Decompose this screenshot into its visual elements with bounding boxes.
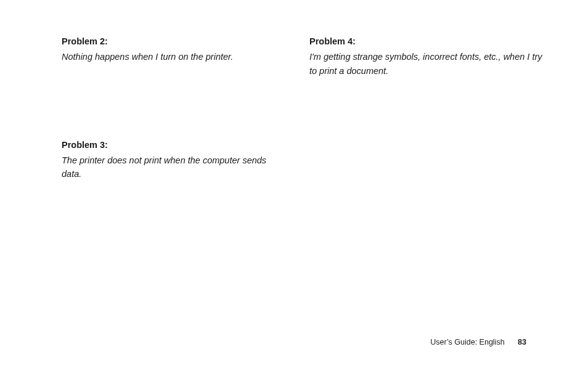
problem-3-description: The printer does not print when the comp…: [62, 154, 284, 181]
left-column: Problem 2: Nothing happens when I turn o…: [62, 35, 284, 255]
footer-label: User’s Guide: English: [430, 338, 504, 346]
page-footer: User’s Guide: English 83: [341, 338, 526, 346]
problem-4-title: Problem 4:: [309, 35, 544, 49]
footer-page-number: 83: [518, 338, 526, 346]
right-column: Problem 4: I'm getting strange symbols, …: [309, 35, 544, 152]
problem-block-4: Problem 4: I'm getting strange symbols, …: [309, 35, 544, 78]
problem-3-title: Problem 3:: [62, 138, 284, 152]
problem-2-description: Nothing happens when I turn on the print…: [62, 50, 284, 63]
problem-2-title: Problem 2:: [62, 35, 284, 49]
document-page: Problem 2: Nothing happens when I turn o…: [0, 0, 588, 381]
problem-4-description: I'm getting strange symbols, incorrect f…: [309, 50, 544, 78]
problem-block-2: Problem 2: Nothing happens when I turn o…: [62, 35, 284, 64]
problem-block-3: Problem 3: The printer does not print wh…: [62, 138, 284, 181]
